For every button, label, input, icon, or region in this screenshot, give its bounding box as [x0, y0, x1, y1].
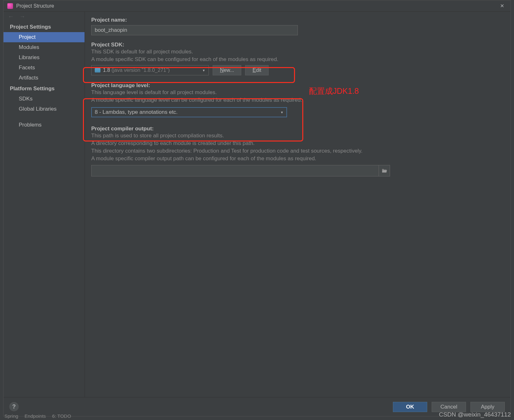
statusbar-spring[interactable]: Spring	[4, 413, 18, 419]
statusbar-todo[interactable]: 6: TODO	[52, 413, 71, 419]
language-level-dropdown[interactable]: 8 - Lambdas, type annotations etc. ▼	[91, 107, 287, 117]
dialog-footer: ? OK Cancel Apply	[3, 397, 511, 416]
chevron-down-icon: ▼	[280, 111, 284, 114]
nav-forward-icon[interactable]: →	[19, 13, 25, 20]
project-sdk-value: 1.8 (java version "1.8.0_271")	[103, 67, 170, 73]
project-structure-dialog: Project Structure ✕ ← → Project Settings…	[3, 0, 511, 417]
statusbar-endpoints[interactable]: Endpoints	[24, 413, 46, 419]
sdk-edit-button[interactable]: Edit	[245, 65, 269, 75]
compiler-output-desc4: A module specific compiler output path c…	[91, 155, 504, 162]
project-sdk-desc1: This SDK is default for all project modu…	[91, 48, 504, 56]
folder-icon	[95, 68, 100, 72]
ide-statusbar: Spring Endpoints 6: TODO	[0, 412, 76, 420]
project-name-input[interactable]	[91, 25, 298, 35]
help-button[interactable]: ?	[9, 402, 19, 412]
sidebar-nav: ← →	[3, 12, 85, 21]
nav-back-icon[interactable]: ←	[8, 13, 14, 20]
close-icon[interactable]: ✕	[497, 2, 507, 10]
folder-open-icon	[381, 169, 387, 173]
sidebar-item-project[interactable]: Project	[3, 32, 85, 42]
sidebar-item-facets[interactable]: Facets	[3, 63, 85, 73]
language-level-value: 8 - Lambdas, type annotations etc.	[95, 109, 178, 115]
apply-button[interactable]: Apply	[470, 402, 505, 412]
sdk-new-button[interactable]: New...	[213, 65, 241, 75]
annotation-text: 配置成JDK1.8	[309, 86, 359, 96]
sidebar-item-artifacts[interactable]: Artifacts	[3, 73, 85, 83]
sidebar-item-global-libraries[interactable]: Global Libraries	[3, 104, 85, 114]
main-area: ← → Project Settings Project Modules Lib…	[3, 12, 511, 397]
project-name-label: Project name:	[91, 17, 504, 23]
cancel-button[interactable]: Cancel	[432, 402, 466, 412]
titlebar: Project Structure ✕	[3, 0, 511, 12]
language-level-desc2: A module specific language level can be …	[91, 96, 504, 104]
project-sdk-desc2: A module specific SDK can be configured …	[91, 56, 504, 63]
ok-button[interactable]: OK	[393, 402, 427, 412]
project-sdk-dropdown[interactable]: 1.8 (java version "1.8.0_271") ▼	[91, 65, 209, 75]
sidebar-item-problems[interactable]: Problems	[3, 120, 85, 130]
sidebar-group-platform-settings: Platform Settings	[3, 83, 85, 94]
sidebar-item-libraries[interactable]: Libraries	[3, 52, 85, 63]
sidebar: ← → Project Settings Project Modules Lib…	[3, 12, 85, 397]
sidebar-item-modules[interactable]: Modules	[3, 42, 85, 52]
browse-button[interactable]	[379, 165, 390, 176]
compiler-output-desc3: This directory contains two subdirectori…	[91, 147, 504, 155]
csdn-watermark: CSDN @weixin_46437112	[439, 411, 511, 418]
language-level-label: Project language level:	[91, 82, 504, 89]
content-panel: Project name: Project SDK: This SDK is d…	[85, 12, 511, 397]
app-icon	[7, 3, 13, 9]
compiler-output-desc2: A directory corresponding to each module…	[91, 140, 504, 147]
sidebar-item-sdks[interactable]: SDKs	[3, 94, 85, 104]
chevron-down-icon: ▼	[202, 69, 205, 72]
sidebar-group-project-settings: Project Settings	[3, 21, 85, 32]
project-sdk-label: Project SDK:	[91, 42, 504, 48]
language-level-desc1: This language level is default for all p…	[91, 89, 504, 96]
compiler-output-input[interactable]	[91, 165, 379, 176]
compiler-output-desc1: This path is used to store all project c…	[91, 132, 504, 140]
window-title: Project Structure	[16, 3, 497, 9]
compiler-output-label: Project compiler output:	[91, 126, 504, 132]
